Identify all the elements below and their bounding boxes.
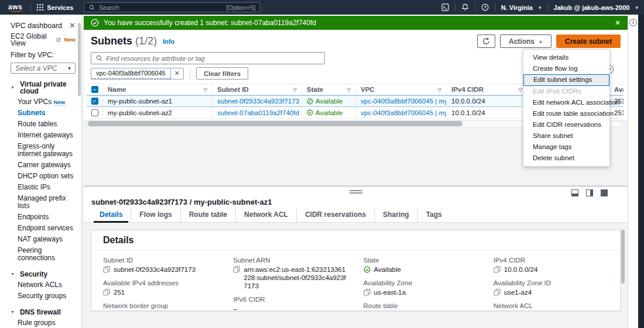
copy-icon[interactable] <box>103 289 110 296</box>
account-menu[interactable]: Jakub @ jakub-aws-2000 <box>548 0 644 15</box>
info-link[interactable]: Info <box>163 38 174 45</box>
menu-item-edit-subnet-settings[interactable]: Edit subnet settings <box>523 74 609 86</box>
aws-logo[interactable]: aws <box>0 3 30 12</box>
top-navigation: aws Services [Option+S] ? N. Virg <box>0 0 644 15</box>
sidebar-item-endpoints[interactable]: Endpoints <box>0 212 81 223</box>
tab-network-acl[interactable]: Network ACL <box>235 208 296 222</box>
menu-item-edit-cidr-reservations[interactable]: Edit CIDR reservations <box>523 119 609 130</box>
search-shortcut: [Option+S] <box>227 4 256 11</box>
sidebar-item-dhcp-option-sets[interactable]: DHCP option sets <box>0 171 81 182</box>
vpc-select[interactable]: Select a VPC <box>11 63 76 74</box>
row-checkbox[interactable] <box>91 98 98 105</box>
tab-details[interactable]: Details <box>91 208 131 222</box>
copy-icon[interactable] <box>364 289 371 296</box>
column-header-name[interactable]: Name <box>102 84 212 95</box>
sidebar-item-route-tables[interactable]: Route tables <box>0 119 81 130</box>
tab-route-table[interactable]: Route table <box>180 208 235 222</box>
sidebar-scrollbar[interactable] <box>78 23 81 96</box>
menu-item-manage-tags[interactable]: Manage tags <box>523 141 609 153</box>
menu-item-edit-route-table-association[interactable]: Edit route table association <box>523 108 609 119</box>
sidebar-item-peering-connections[interactable]: Peering connections <box>0 245 81 264</box>
services-grid-icon <box>37 4 43 11</box>
info-icon[interactable]: i <box>629 19 637 26</box>
new-badge: New <box>64 36 76 43</box>
actions-dropdown-menu: View details Create flow log Edit subnet… <box>523 49 610 167</box>
sidebar-section-dns-firewall[interactable]: DNS firewall <box>0 307 81 317</box>
panel-layout-full-icon[interactable] <box>601 189 608 196</box>
menu-item-edit-network-acl-association[interactable]: Edit network ACL association <box>523 97 609 108</box>
sidebar-item-nat-gateways[interactable]: NAT gateways <box>0 234 81 245</box>
cloudshell-button[interactable] <box>436 0 455 15</box>
clear-filters-button[interactable]: Clear filters <box>196 67 248 80</box>
sidebar-item-managed-prefix-lists[interactable]: Managed prefix lists <box>0 193 81 212</box>
success-check-icon <box>91 19 99 27</box>
field-label: Network ACL <box>494 302 608 309</box>
create-subnet-button[interactable]: Create subnet <box>556 34 621 48</box>
sidebar-item-carrier-gateways[interactable]: Carrier gateways <box>0 160 81 171</box>
sidebar-close-icon[interactable]: ✕ <box>69 22 76 29</box>
menu-item-share-subnet[interactable]: Share subnet <box>523 130 609 141</box>
sidebar-item-elastic-ips[interactable]: Elastic IPs <box>0 182 81 193</box>
column-header-vpc[interactable]: VPC <box>355 84 446 95</box>
column-header-available-ipv4[interactable]: Availa <box>609 84 624 95</box>
cloudshell-icon <box>441 4 449 11</box>
panel-drag-handle[interactable] <box>350 190 362 194</box>
sidebar-item-your-vpcs[interactable]: Your VPCs New <box>0 96 81 108</box>
services-menu[interactable]: Services <box>31 0 79 15</box>
cell-ipv4-cidr: 10.0.0.0/24 <box>446 96 527 106</box>
sidebar-item-egress-only-internet-gateways[interactable]: Egress-only internet gateways <box>0 141 81 160</box>
panel-scrollbar[interactable] <box>621 230 625 284</box>
sidebar-item-rule-groups[interactable]: Rule groups <box>0 317 81 328</box>
refresh-button[interactable] <box>477 34 495 48</box>
sidebar-item-subnets[interactable]: Subnets <box>0 108 81 119</box>
menu-item-create-flow-log[interactable]: Create flow log <box>523 63 609 74</box>
tab-cidr-reservations[interactable]: CIDR reservations <box>296 208 374 222</box>
sidebar-item-vpc-dashboard[interactable]: VPC dashboard <box>11 22 62 29</box>
column-header-ipv4-cidr[interactable]: IPv4 CIDR <box>446 84 527 95</box>
resource-filter-input[interactable] <box>106 55 320 62</box>
subnet-detail-panel: subnet-0f2933c4a923f7173 / my-public-sub… <box>84 186 628 328</box>
menu-item-delete-subnet[interactable]: Delete subnet <box>523 153 609 164</box>
sidebar-section-security[interactable]: Security <box>0 269 81 279</box>
copy-icon[interactable] <box>494 289 501 296</box>
copy-icon[interactable] <box>103 266 110 273</box>
scrollbar-thumb[interactable] <box>88 121 463 126</box>
resource-filter[interactable] <box>91 52 325 64</box>
filter-pill-label[interactable]: vpc-040f3a8bbf7006045 <box>91 68 170 79</box>
row-checkbox[interactable] <box>91 109 98 116</box>
tab-tags[interactable]: Tags <box>417 208 450 222</box>
sidebar-item-internet-gateways[interactable]: Internet gateways <box>0 130 81 141</box>
available-check-icon <box>307 98 313 105</box>
menu-item-view-details[interactable]: View details <box>523 52 609 63</box>
sidebar-item-ec2-global-view[interactable]: EC2 Global View New <box>0 31 81 49</box>
vpc-link[interactable]: vpc-040f3a8bbf7006045 | my-... <box>361 109 446 116</box>
tab-flow-logs[interactable]: Flow logs <box>131 208 180 222</box>
sidebar-section-virtual-private-cloud[interactable]: Virtual private cloud <box>0 79 81 96</box>
help-button[interactable]: ? <box>475 0 495 15</box>
available-check-icon <box>364 266 371 273</box>
notifications-button[interactable] <box>455 0 475 15</box>
vpc-link[interactable]: vpc-040f3a8bbf7006045 | my-... <box>361 98 446 105</box>
subnet-id-link[interactable]: subnet-0f2933c4a923f7173 <box>217 98 299 105</box>
panel-layout-side-icon[interactable] <box>586 189 593 196</box>
actions-button[interactable]: Actions <box>500 34 551 48</box>
region-selector[interactable]: N. Virginia <box>495 0 547 15</box>
column-header-state[interactable]: State <box>302 84 355 95</box>
select-all-checkbox[interactable] <box>91 86 98 93</box>
copy-icon[interactable] <box>233 266 240 273</box>
page-title: Subnets <box>91 35 132 47</box>
global-search[interactable]: [Option+S] <box>84 2 261 12</box>
help-icon: ? <box>481 4 489 11</box>
sidebar-item-security-groups[interactable]: Security groups <box>0 291 81 302</box>
filter-pill-remove-icon[interactable]: ✕ <box>170 68 183 79</box>
sidebar-item-endpoint-services[interactable]: Endpoint services <box>0 223 81 234</box>
column-header-subnet-id[interactable]: Subnet ID <box>212 84 302 95</box>
panel-layout-bottom-icon[interactable] <box>571 189 578 196</box>
search-input[interactable] <box>98 4 222 11</box>
banner-close-icon[interactable]: ✕ <box>615 19 621 27</box>
copy-icon[interactable] <box>494 266 501 273</box>
tab-sharing[interactable]: Sharing <box>374 208 417 222</box>
sidebar-item-network-acls[interactable]: Network ACLs <box>0 279 81 291</box>
external-link-icon <box>56 37 61 43</box>
subnet-id-link[interactable]: subnet-07aba0119a2f740fd <box>217 109 299 116</box>
